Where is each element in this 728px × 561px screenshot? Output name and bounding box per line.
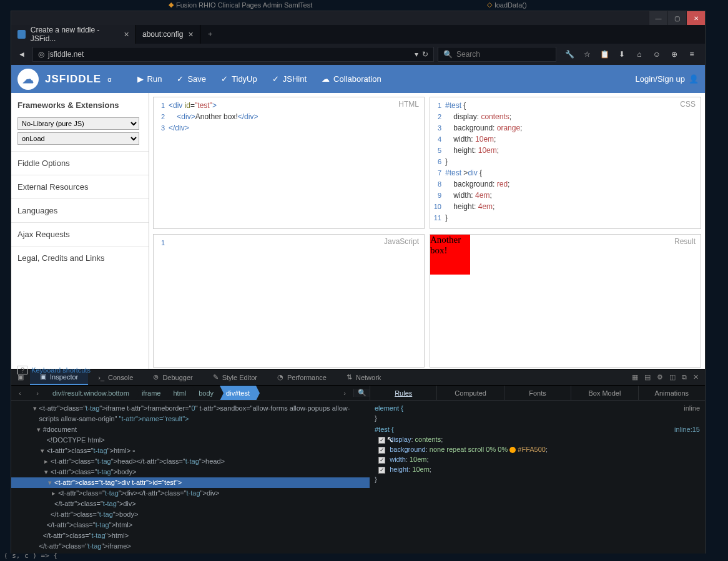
breadcrumb[interactable]: div#test xyxy=(220,386,256,400)
ide-tab-bar: ◆Fusion RHIO Clinical Pages Admin SamlTe… xyxy=(0,0,728,9)
wrench-icon[interactable]: 🔧 xyxy=(564,49,575,60)
keyboard-shortcuts-link[interactable]: ? Keyboard shortcuts xyxy=(17,366,91,374)
tab-close-icon[interactable]: ✕ xyxy=(188,31,194,39)
browser-tab-config[interactable]: about:config ✕ xyxy=(136,25,200,44)
sidebar-section[interactable]: Legal, Credits and Links xyxy=(11,246,149,270)
breadcrumb[interactable]: html xyxy=(167,386,192,400)
devtools-control-icon[interactable]: ▤ xyxy=(644,373,651,381)
cloud-icon: ☁ xyxy=(17,69,39,90)
ide-tab-2[interactable]: ◇loadData() xyxy=(481,1,533,9)
rule-checkbox[interactable]: ✓ xyxy=(378,437,385,444)
action-collaboration[interactable]: ☁Collaboration xyxy=(322,74,381,84)
dom-node[interactable]: </t-attr">class="t-tag">html> xyxy=(11,530,370,541)
star-icon[interactable]: ☆ xyxy=(581,49,593,60)
breadcrumb[interactable]: body xyxy=(192,386,220,400)
action-icon: ☁ xyxy=(322,74,330,84)
crumb-back-button[interactable]: ‹ xyxy=(11,389,29,397)
css-rule-row[interactable]: ✓ background: none repeat scroll 0% 0% #… xyxy=(375,444,700,454)
devtools-tab-console[interactable]: ›_Console xyxy=(88,369,143,385)
clipboard-icon[interactable]: 📋 xyxy=(599,49,610,60)
pane-label: CSS xyxy=(680,100,696,109)
menu-icon[interactable]: ≡ xyxy=(686,49,697,60)
devtools-control-icon[interactable]: ⧉ xyxy=(682,373,687,381)
dom-search-button[interactable]: 🔍 xyxy=(353,389,370,397)
devtools-control-icon[interactable]: ⚙ xyxy=(657,373,663,381)
tab-close-icon[interactable]: ✕ xyxy=(124,31,129,39)
minimize-button[interactable]: — xyxy=(649,11,667,25)
devtools-tab-network[interactable]: ⇅Network xyxy=(337,369,391,385)
dom-node[interactable]: scripts allow-same-origin" "t-attr">name… xyxy=(11,414,370,424)
html-pane[interactable]: HTML 1<div id="test">2 <div>Another box!… xyxy=(153,97,425,229)
load-select[interactable]: onLoad xyxy=(17,132,139,145)
jsfiddle-logo[interactable]: ☁ JSFIDDLE α xyxy=(17,69,112,90)
browser-tab-jsfiddle[interactable]: Create a new fiddle - JSFid... ✕ xyxy=(11,25,136,44)
devtools-control-icon[interactable]: ◫ xyxy=(669,373,676,381)
rule-source[interactable]: inline xyxy=(684,403,700,413)
download-icon[interactable]: ⬇ xyxy=(616,49,627,60)
back-button[interactable]: ◄ xyxy=(15,47,29,61)
css-rule-row[interactable]: ✓ width: 10em; xyxy=(375,454,700,464)
dom-node[interactable]: ▾<t-attr">class="t-tag">html> ▫ xyxy=(11,446,370,456)
sidebar-section[interactable]: Ajax Requests xyxy=(11,222,149,246)
css-rule-row[interactable]: ✓ height: 10em; xyxy=(375,464,700,474)
dom-tree[interactable]: ▾<t-attr">class="t-tag">iframe t-attr">f… xyxy=(11,401,370,554)
dom-node[interactable]: </t-attr">class="t-tag">body> xyxy=(11,509,370,520)
dom-node[interactable]: </t-attr">class="t-tag">iframe> xyxy=(11,541,370,552)
js-pane[interactable]: JavaScript 1 xyxy=(153,234,425,368)
action-run[interactable]: ▶Run xyxy=(137,74,162,84)
sidebar-section[interactable]: Fiddle Options xyxy=(11,151,149,175)
dom-node[interactable]: </t-attr">class="t-tag">div> xyxy=(11,499,370,509)
sidebar-section[interactable]: Languages xyxy=(11,198,149,222)
reload-icon[interactable]: ↻ xyxy=(422,50,428,59)
dom-node[interactable]: ▾<t-attr">class="t-tag">body> xyxy=(11,467,370,477)
sidebar-section[interactable]: External Resources xyxy=(11,175,149,198)
devtools-control-icon[interactable]: ✕ xyxy=(693,373,699,381)
chat-icon[interactable]: ☺ xyxy=(651,49,662,60)
rules-tab-rules[interactable]: Rules xyxy=(370,386,436,400)
library-select[interactable]: No-Library (pure JS) xyxy=(17,117,139,130)
color-swatch-icon[interactable] xyxy=(509,447,516,453)
dom-node[interactable]: ▾#document xyxy=(11,424,370,435)
url-bar[interactable]: ◎ jsfiddle.net ▾ ↻ xyxy=(32,47,434,62)
rule-checkbox[interactable]: ✓ xyxy=(378,467,385,474)
action-save[interactable]: ✓Save xyxy=(177,74,206,84)
css-rule-row[interactable]: ✓↖ display: contents; xyxy=(375,434,700,444)
rules-tab-computed[interactable]: Computed xyxy=(436,386,503,400)
dropdown-icon[interactable]: ▾ xyxy=(415,50,418,59)
css-pane[interactable]: CSS 1#test {2 display: contents;3 backgr… xyxy=(430,97,701,229)
dom-node[interactable]: <!DOCTYPE html> xyxy=(11,435,370,446)
dom-node[interactable]: ▸<t-attr">class="t-tag">div></t-attr">cl… xyxy=(11,488,370,499)
ide-tab-1[interactable]: ◆Fusion RHIO Clinical Pages Admin SamlTe… xyxy=(162,1,318,9)
rule-checkbox[interactable]: ✓ xyxy=(378,447,385,454)
rules-tab-box-model[interactable]: Box Model xyxy=(571,386,637,400)
rules-tab-animations[interactable]: Animations xyxy=(638,386,705,400)
globe-icon[interactable]: ⊕ xyxy=(669,49,680,60)
breadcrumb[interactable]: iframe xyxy=(135,386,167,400)
devtools-control-icon[interactable]: ▦ xyxy=(632,373,638,381)
search-bar[interactable]: 🔍 Search xyxy=(438,47,556,62)
dom-node[interactable]: </t-attr">class="t-tag">html> xyxy=(11,520,370,530)
devtools: ▣ ▣Inspector›_Console⊚Debugger✎Style Edi… xyxy=(11,369,705,554)
dom-node[interactable]: ▾<t-attr">class="t-tag">iframe t-attr">f… xyxy=(11,403,370,414)
new-tab-button[interactable]: + xyxy=(200,25,219,44)
rule-checkbox[interactable]: ✓ xyxy=(378,457,385,464)
breadcrumb[interactable]: div#result.window.bottom xyxy=(46,386,135,400)
crumb-forward-button[interactable]: › xyxy=(29,389,46,397)
devtools-tab-debugger[interactable]: ⊚Debugger xyxy=(143,369,202,385)
dom-node[interactable]: ▾<t-attr">class="t-tag">div t-attr">id="… xyxy=(11,477,370,488)
crumb-next-button[interactable]: › xyxy=(336,389,353,397)
home-icon[interactable]: ⌂ xyxy=(634,49,645,60)
dom-node[interactable]: ▸<t-attr">class="t-tag">head></t-attr">c… xyxy=(11,456,370,467)
diamond-icon: ◇ xyxy=(487,1,492,9)
action-tidyup[interactable]: ✓TidyUp xyxy=(221,74,257,84)
action-jshint[interactable]: ✓JSHint xyxy=(272,74,307,84)
window-titlebar[interactable]: — ▢ ✕ xyxy=(11,11,705,25)
devtools-tab-style-editor[interactable]: ✎Style Editor xyxy=(203,369,267,385)
login-link[interactable]: Login/Sign up 👤 xyxy=(635,74,699,84)
maximize-button[interactable]: ▢ xyxy=(667,11,686,25)
close-button[interactable]: ✕ xyxy=(686,11,705,25)
rules-tab-fonts[interactable]: Fonts xyxy=(504,386,571,400)
devtools-tab-performance[interactable]: ◔Performance xyxy=(267,369,337,385)
rules-pane[interactable]: inlineelement { } inline:15#test { ✓↖ di… xyxy=(370,401,705,554)
rule-source-link[interactable]: inline:15 xyxy=(674,426,700,433)
